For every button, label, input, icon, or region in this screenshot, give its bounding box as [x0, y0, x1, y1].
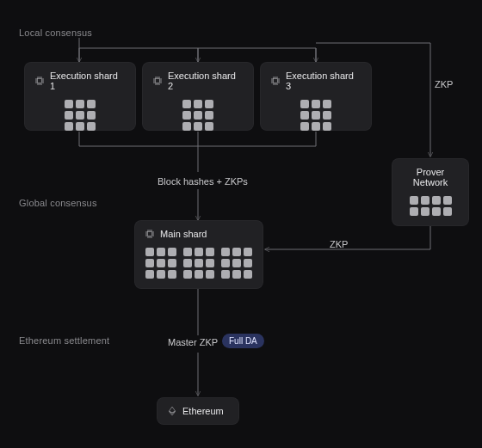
shard-title: Execution shard 3	[286, 71, 362, 91]
execution-shard-1: Execution shard 1	[24, 62, 136, 131]
section-label-settlement: Ethereum settlement	[19, 335, 109, 346]
block-grid	[402, 196, 459, 216]
main-shard-title: Main shard	[160, 229, 207, 239]
prover-title: Prover Network	[402, 167, 459, 187]
ethereum-icon	[167, 406, 177, 416]
ethereum-node: Ethereum	[157, 397, 239, 425]
prover-network: Prover Network	[392, 158, 469, 226]
shard-title: Execution shard 1	[50, 71, 126, 91]
edge-label-master-zkp: Master ZKP	[168, 337, 218, 347]
main-block-grid	[145, 248, 253, 279]
aperture-icon	[34, 76, 45, 86]
diagram-root: Local consensus Global consensus Ethereu…	[0, 0, 482, 448]
svg-rect-0	[38, 79, 42, 83]
svg-rect-3	[148, 232, 152, 236]
shard-title: Execution shard 2	[168, 71, 244, 91]
block-grid	[270, 100, 362, 131]
full-da-pill: Full DA	[222, 334, 264, 348]
aperture-icon	[152, 76, 163, 86]
edge-label-zkp-main: ZKP	[330, 239, 348, 249]
aperture-icon	[145, 229, 155, 239]
ethereum-title: Ethereum	[182, 406, 224, 416]
svg-rect-2	[274, 79, 278, 83]
section-label-global: Global consensus	[19, 198, 97, 208]
svg-rect-1	[156, 79, 160, 83]
block-grid	[152, 100, 244, 131]
block-grid	[34, 100, 126, 131]
main-shard: Main shard	[134, 220, 263, 289]
section-label-local: Local consensus	[19, 28, 92, 38]
edge-label-zkp-top: ZKP	[435, 79, 453, 89]
execution-shard-3: Execution shard 3	[260, 62, 372, 131]
aperture-icon	[270, 76, 281, 86]
execution-shard-2: Execution shard 2	[142, 62, 254, 131]
edge-label-block-hashes: Block hashes + ZKPs	[158, 176, 248, 187]
